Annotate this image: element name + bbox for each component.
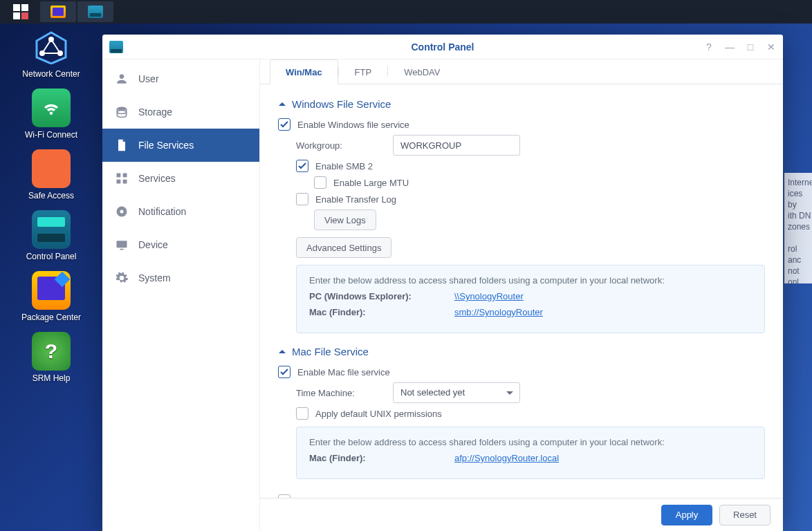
windows-address-info: Enter the below address to access shared… <box>296 265 765 333</box>
sidebar-item-system[interactable]: System <box>102 261 259 295</box>
enable-large-mtu-label: Enable Large MTU <box>333 178 409 188</box>
sidebar-item-label: Notification <box>138 206 186 217</box>
sidebar-item-file-services[interactable]: File Services <box>102 129 259 162</box>
taskbar <box>0 0 812 24</box>
help-icon: ? <box>32 332 71 371</box>
mac-finder-smb-link[interactable]: smb://SynologyRouter <box>454 307 543 317</box>
user-icon <box>115 72 129 86</box>
enable-mac-file-service-label: Enable Mac file service <box>297 367 390 378</box>
desktop-label: Package Center <box>21 313 81 322</box>
safe-access-icon <box>32 149 71 188</box>
window-help-button[interactable]: ? <box>703 41 715 53</box>
svg-point-11 <box>120 210 124 214</box>
svg-rect-8 <box>117 180 121 184</box>
window-app-icon <box>109 41 123 53</box>
sidebar-item-label: File Services <box>138 140 194 151</box>
info-intro: Enter the below address to access shared… <box>309 275 752 286</box>
window-minimize-button[interactable]: — <box>723 41 736 53</box>
chevron-up-icon <box>278 100 286 109</box>
sidebar-item-storage[interactable]: Storage <box>102 95 259 129</box>
desktop-wifi-connect[interactable]: Wi-Fi Connect <box>17 88 86 140</box>
mac-finder-smb-label: Mac (Finder): <box>309 307 454 317</box>
desktop-label: Control Panel <box>26 252 77 261</box>
svg-rect-9 <box>123 180 127 184</box>
enable-transfer-log-label: Enable Transfer Log <box>315 194 396 205</box>
gear-icon <box>115 271 129 285</box>
enable-smb2-checkbox[interactable] <box>296 160 308 172</box>
enable-bonjour-printer-checkbox[interactable] <box>278 494 290 498</box>
apply-unix-permissions-checkbox[interactable] <box>296 407 308 420</box>
enable-bonjour-printer-label: Enable Bonjour Printer Broadcast <box>297 496 431 499</box>
pc-explorer-link[interactable]: \\SynologyRouter <box>454 291 524 301</box>
desktop-label: Network Center <box>22 69 80 79</box>
view-logs-button[interactable]: View Logs <box>314 209 376 230</box>
info-intro-mac: Enter the below address to access shared… <box>309 437 752 447</box>
content-scroll[interactable]: Windows File Service Enable Windows file… <box>260 84 783 498</box>
tab-ftp[interactable]: FTP <box>339 59 388 84</box>
desktop-icons: Network Center Wi-Fi Connect Safe Access… <box>10 28 93 383</box>
desktop-srm-help[interactable]: ? SRM Help <box>17 332 86 383</box>
tab-win-mac[interactable]: Win/Mac <box>270 59 338 84</box>
desktop-package-center[interactable]: Package Center <box>17 271 86 322</box>
sidebar-item-user[interactable]: User <box>102 62 259 95</box>
desktop-network-center[interactable]: Network Center <box>17 28 86 79</box>
sidebar: User Storage File Services Services Noti… <box>102 59 260 531</box>
taskbar-control-panel[interactable] <box>77 1 113 22</box>
dashboard-button[interactable] <box>3 1 39 22</box>
section-windows-file-service[interactable]: Windows File Service <box>278 98 765 110</box>
enable-windows-file-service-label: Enable Windows file service <box>297 120 409 130</box>
time-machine-select[interactable]: Not selected yet <box>393 382 520 403</box>
workgroup-label: Workgroup: <box>296 140 393 151</box>
mac-finder-afp-label: Mac (Finder): <box>309 453 454 463</box>
svg-point-5 <box>117 111 126 114</box>
services-icon <box>115 171 129 185</box>
taskbar-package-center[interactable] <box>40 1 76 22</box>
mac-finder-afp-link[interactable]: afp://SynologyRouter.local <box>454 453 559 463</box>
sidebar-item-label: Services <box>138 173 176 184</box>
enable-windows-file-service-checkbox[interactable] <box>278 118 290 131</box>
sidebar-item-notification[interactable]: Notification <box>102 195 259 228</box>
reset-button[interactable]: Reset <box>719 505 771 525</box>
workgroup-input[interactable] <box>393 135 520 156</box>
svg-rect-7 <box>123 174 127 178</box>
window-title: Control Panel <box>411 41 474 53</box>
sidebar-item-device[interactable]: Device <box>102 228 259 261</box>
window-close-button[interactable]: ✕ <box>765 41 777 53</box>
footer: Apply Reset <box>260 498 783 531</box>
sidebar-item-label: Device <box>138 239 168 250</box>
sidebar-item-label: User <box>138 73 159 84</box>
chevron-up-icon <box>278 348 286 356</box>
tab-webdav[interactable]: WebDAV <box>388 59 456 84</box>
apply-button[interactable]: Apply <box>661 505 712 525</box>
advanced-settings-button[interactable]: Advanced Settings <box>296 237 391 258</box>
time-machine-label: Time Machine: <box>296 388 393 398</box>
enable-mac-file-service-checkbox[interactable] <box>278 366 290 378</box>
enable-transfer-log-checkbox[interactable] <box>296 193 308 205</box>
package-center-icon <box>32 271 71 310</box>
window-maximize-button[interactable]: □ <box>744 41 757 53</box>
desktop-label: Safe Access <box>28 191 74 201</box>
background-window-snippet: Interneices byith DN zonesrol ancnot onl… <box>784 173 812 283</box>
dashboard-icon <box>13 4 28 19</box>
desktop-label: SRM Help <box>33 373 71 383</box>
svg-rect-12 <box>117 241 127 248</box>
sidebar-item-services[interactable]: Services <box>102 162 259 195</box>
tabs: Win/Mac FTP WebDAV <box>260 59 783 84</box>
device-icon <box>115 238 129 252</box>
notification-icon <box>115 205 129 218</box>
svg-rect-13 <box>120 249 124 250</box>
pc-explorer-label: PC (Windows Explorer): <box>309 291 454 301</box>
desktop-safe-access[interactable]: Safe Access <box>17 149 86 201</box>
control-panel-icon <box>88 6 103 18</box>
section-mac-file-service[interactable]: Mac File Service <box>278 346 765 357</box>
control-panel-window: Control Panel ? — □ ✕ User Storage File … <box>102 35 783 531</box>
window-titlebar[interactable]: Control Panel ? — □ ✕ <box>102 35 783 59</box>
apply-unix-permissions-label: Apply default UNIX permissions <box>315 409 442 419</box>
sidebar-item-label: Storage <box>138 106 172 118</box>
main-panel: Win/Mac FTP WebDAV Windows File Service … <box>260 59 783 531</box>
control-panel-icon <box>32 210 71 249</box>
enable-large-mtu-checkbox[interactable] <box>314 176 326 189</box>
desktop-control-panel[interactable]: Control Panel <box>17 210 86 261</box>
sidebar-item-label: System <box>138 272 171 283</box>
package-icon <box>50 6 66 18</box>
